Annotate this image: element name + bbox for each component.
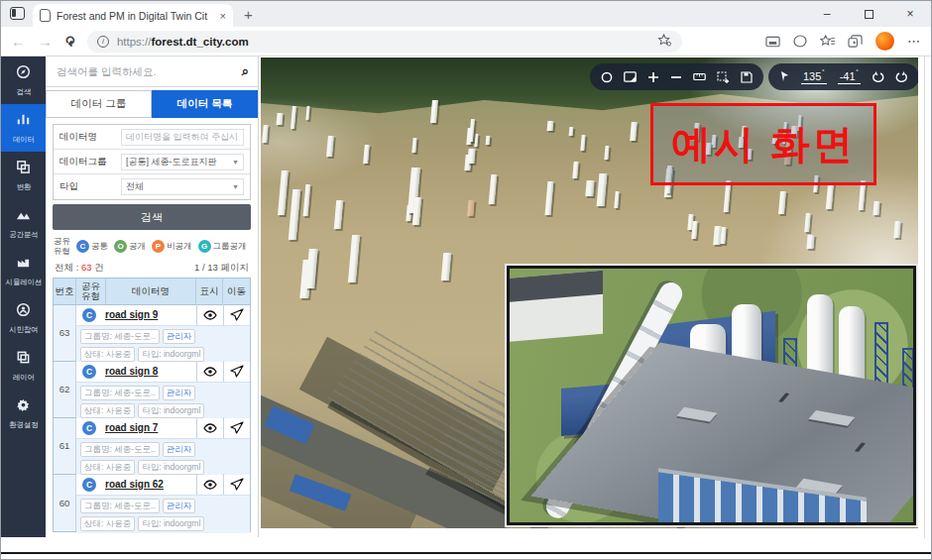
sidebar-item-data[interactable]: 데이터 <box>1 104 46 152</box>
page-edge-line <box>924 56 925 538</box>
app-sidebar: 검색데이터변환공간분석시뮬레이션시민참여레이어환경설정 <box>1 56 46 537</box>
collections-icon[interactable] <box>820 35 835 48</box>
pointer-icon[interactable] <box>779 70 790 83</box>
sidebar-item-convert[interactable]: 변환 <box>1 152 46 199</box>
row-main: Croad sign 8그룹명: 세종-도로..관리자상태: 사용중타입: in… <box>76 362 250 417</box>
data-name-link[interactable]: road sign 9 <box>105 309 196 320</box>
rotate-right-icon[interactable] <box>895 71 908 83</box>
move-to-icon[interactable] <box>223 474 250 495</box>
legend-label: 비공개 <box>167 241 192 253</box>
sidebar-item-search[interactable]: 검색 <box>1 56 46 104</box>
search-icon[interactable]: ⌕ <box>242 63 249 79</box>
close-button[interactable]: × <box>889 1 931 27</box>
zoom-out-icon[interactable] <box>670 71 682 83</box>
tab-data-group[interactable]: 데이터 그룹 <box>46 90 152 118</box>
show-eye-icon[interactable] <box>196 474 223 495</box>
move-to-icon[interactable] <box>223 304 250 325</box>
tab-groups-icon[interactable] <box>848 35 863 49</box>
favorite-star-gear-icon[interactable] <box>657 34 672 50</box>
circle-tool-icon[interactable] <box>601 71 613 83</box>
search-button[interactable]: 검색 <box>53 204 251 230</box>
page-bottom-rule <box>1 552 932 554</box>
city-tower <box>306 249 318 288</box>
example-screen-text: 예시 화면 <box>671 117 856 171</box>
legend-item-G: G그룹공개 <box>198 240 247 253</box>
admin-chip: 관리자 <box>163 329 196 344</box>
table-row: 62Croad sign 8그룹명: 세종-도로..관리자상태: 사용중타입: … <box>54 362 250 418</box>
city-tower <box>720 227 726 244</box>
show-eye-icon[interactable] <box>196 361 223 382</box>
info-chip: 상태: 사용중 <box>80 347 135 362</box>
profile-avatar[interactable] <box>875 32 894 51</box>
save-icon[interactable] <box>741 71 753 83</box>
map-toolbar: 135˚ -41˚ mo <box>590 63 918 90</box>
menu-dots-icon[interactable]: ⋯ <box>907 34 921 49</box>
page-margin <box>918 56 932 538</box>
maximize-button[interactable] <box>848 1 889 27</box>
heading-value[interactable]: 135˚ <box>801 70 827 84</box>
sidebar-item-citizen[interactable]: 시민참여 <box>1 294 46 342</box>
screenshot-icon[interactable] <box>765 36 780 48</box>
measure-tool-icon[interactable] <box>693 72 706 81</box>
browser-essentials-icon[interactable] <box>793 35 807 48</box>
chevron-down-icon: ▼ <box>232 183 239 190</box>
url-host: forest.dt_city.com <box>151 36 248 48</box>
basemap-icon[interactable] <box>624 71 637 82</box>
sidebar-item-settings[interactable]: 환경설정 <box>1 390 46 437</box>
chevron-down-icon: ▼ <box>232 159 239 166</box>
row-top: Croad sign 9 <box>76 305 250 326</box>
browser-tab[interactable]: Forest and PM in Digital Twin Cit × <box>33 4 233 27</box>
layers-icon <box>16 350 31 369</box>
info-chip: 타입: indoorgml <box>138 460 204 475</box>
city-tower <box>489 174 497 204</box>
person-icon <box>16 302 31 321</box>
search-form: 데이터명 데이터그룹 [공통] 세종-도로표지판▼ 타입 전체▼ <box>53 124 251 200</box>
row-chips: 그룹명: 세종-도로..관리자상태: 사용중타입: indoorgml <box>76 496 250 533</box>
navbar-icons: ⋯ <box>765 32 921 51</box>
move-to-icon[interactable] <box>223 361 250 382</box>
rotate-left-icon[interactable] <box>872 71 884 83</box>
address-bar[interactable]: i https://forest.dt_city.com <box>87 31 682 53</box>
sidebar-item-label: 검색 <box>16 86 31 96</box>
info-chip: 상태: 사용중 <box>80 460 135 475</box>
info-chip: 상태: 사용중 <box>80 516 135 531</box>
city-tower <box>469 119 475 142</box>
back-icon[interactable]: ← <box>11 33 26 50</box>
tab-data-list[interactable]: 데이터 목록 <box>152 90 258 118</box>
city-tower <box>333 200 342 229</box>
map-3d-view[interactable]: 135˚ -41˚ mo 예시 화면 <box>261 57 918 528</box>
plant-model-inset[interactable] <box>507 266 916 525</box>
capture-area-icon[interactable] <box>717 71 730 83</box>
sidebar-item-layer[interactable]: 레이어 <box>1 342 46 390</box>
data-group-select[interactable]: [공통] 세종-도로표지판▼ <box>121 154 244 170</box>
refresh-icon[interactable]: ⟳ <box>62 36 77 47</box>
keyword-search-input[interactable] <box>55 64 236 78</box>
data-name-link[interactable]: road sign 7 <box>105 422 196 433</box>
data-name-link[interactable]: road sign 8 <box>105 366 196 377</box>
move-to-icon[interactable] <box>223 417 250 438</box>
city-tower <box>467 149 476 164</box>
workspaces-icon[interactable] <box>10 7 25 20</box>
zoom-in-icon[interactable] <box>647 71 659 83</box>
row-top: Croad sign 62 <box>76 475 250 496</box>
sidebar-item-simulation[interactable]: 시뮬레이션 <box>1 247 46 294</box>
admin-chip: 관리자 <box>163 499 196 513</box>
row-chips: 그룹명: 세종-도로..관리자상태: 사용중타입: indoorgml <box>76 383 250 420</box>
type-select[interactable]: 전체▼ <box>121 178 244 195</box>
site-info-icon[interactable]: i <box>97 36 109 48</box>
row-number: 63 <box>54 305 76 361</box>
info-chip: 상태: 사용중 <box>80 403 135 418</box>
forward-icon[interactable]: → <box>38 33 53 50</box>
pitch-value[interactable]: -41˚ <box>838 70 861 84</box>
data-name-input[interactable] <box>121 129 244 146</box>
form-row-group: 데이터그룹 [공통] 세종-도로표지판▼ <box>54 150 250 174</box>
minimize-button[interactable]: – <box>806 1 848 27</box>
info-chip: 타입: indoorgml <box>138 516 204 531</box>
tab-close-icon[interactable]: × <box>220 10 226 22</box>
sidebar-item-spatial[interactable]: 공간분석 <box>1 199 46 247</box>
new-tab-button[interactable]: + <box>244 6 253 23</box>
data-name-link[interactable]: road sign 62 <box>105 479 196 490</box>
show-eye-icon[interactable] <box>196 417 223 438</box>
keyword-search-row: ⌕ <box>46 56 258 87</box>
show-eye-icon[interactable] <box>196 304 223 325</box>
